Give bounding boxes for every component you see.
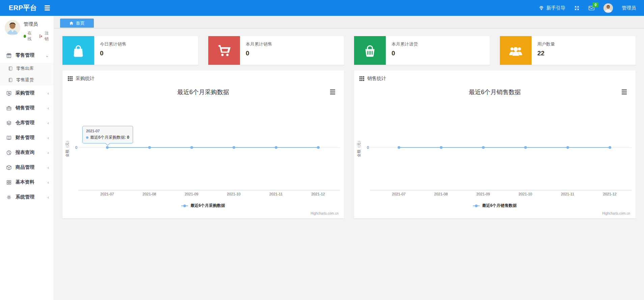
sidebar-item-retail-outbound[interactable]: 零售出库 bbox=[0, 63, 54, 74]
stat-label: 今日累计销售 bbox=[100, 41, 126, 47]
sidebar-item-system[interactable]: 系统管理 ‹ bbox=[0, 190, 54, 204]
stat-card-user-count[interactable]: 用户数量 22 bbox=[500, 36, 636, 65]
main-content: 今日累计销售 0 本月累计销售 0 本月累计进货 0 bbox=[54, 29, 644, 218]
user-avatar[interactable] bbox=[603, 3, 613, 13]
stat-card-month-sales[interactable]: 本月累计销售 0 bbox=[208, 36, 344, 65]
legend-marker-icon bbox=[181, 204, 188, 207]
briefcase-icon bbox=[6, 105, 12, 111]
app-logo[interactable]: ERP平台 bbox=[0, 3, 40, 12]
sidebar-toggle-button[interactable] bbox=[45, 5, 50, 10]
sidebar-item-label: 零售出库 bbox=[16, 65, 34, 72]
home-icon bbox=[69, 21, 74, 25]
chart-panels-row: 采购统计 最近6个月采购数据 金额（元） 0 最近6个月采购数据 Highcha… bbox=[62, 71, 636, 218]
stat-label: 本月累计进货 bbox=[392, 41, 418, 47]
stat-value: 0 bbox=[246, 50, 272, 57]
tooltip-series-dot-icon bbox=[86, 136, 88, 139]
logout-icon bbox=[39, 34, 43, 38]
sidebar-item-retail[interactable]: 零售管理 ⌄ bbox=[0, 48, 54, 63]
x-axis-label: 2021-07 bbox=[387, 192, 411, 196]
data-point-marker[interactable] bbox=[233, 146, 235, 149]
sidebar-item-label: 商品管理 bbox=[16, 164, 34, 170]
y-axis-title: 金额（元） bbox=[356, 139, 361, 157]
shopping-bag-icon bbox=[62, 36, 94, 65]
panel-title: 销售统计 bbox=[367, 76, 386, 82]
data-point-marker[interactable] bbox=[106, 146, 109, 149]
sidebar-item-basic-data[interactable]: 基本资料 ‹ bbox=[0, 175, 54, 190]
sidebar-item-retail-return[interactable]: 零售退货 bbox=[0, 74, 54, 86]
panel-title: 采购统计 bbox=[76, 76, 95, 82]
x-axis-label: 2021-09 bbox=[180, 192, 204, 196]
logout-button[interactable]: 注销 bbox=[39, 30, 50, 42]
sidebar-item-label: 基本资料 bbox=[16, 179, 34, 185]
journal-icon bbox=[8, 78, 13, 82]
legend-item[interactable]: 最近6个月销售数据 bbox=[354, 203, 636, 209]
stat-card-today-sales[interactable]: 今日累计销售 0 bbox=[62, 36, 198, 65]
data-point-marker[interactable] bbox=[524, 146, 527, 149]
messages-button[interactable]: 0 bbox=[588, 5, 595, 11]
data-point-marker[interactable] bbox=[148, 146, 151, 149]
data-point-marker[interactable] bbox=[440, 146, 442, 149]
profile-avatar[interactable] bbox=[5, 20, 20, 35]
sidebar-item-warehouse[interactable]: 仓库管理 ‹ bbox=[0, 115, 54, 130]
data-point-marker[interactable] bbox=[275, 146, 277, 149]
fullscreen-button[interactable] bbox=[574, 5, 580, 11]
x-axis-label: 2021-11 bbox=[264, 192, 288, 196]
data-point-marker[interactable] bbox=[398, 146, 400, 149]
legend-marker-icon bbox=[473, 204, 480, 207]
tab-home-label: 首页 bbox=[76, 20, 85, 26]
sidebar-item-finance[interactable]: 财务管理 ‹ bbox=[0, 130, 54, 145]
x-axis-label: 2021-12 bbox=[598, 192, 622, 196]
sidebar-item-label: 仓库管理 bbox=[16, 120, 34, 126]
data-point-marker[interactable] bbox=[317, 146, 320, 149]
sidebar-item-label: 采购管理 bbox=[16, 90, 34, 96]
tab-bar: 首页 bbox=[54, 16, 644, 29]
x-axis-line bbox=[370, 190, 632, 190]
stat-cards-row: 今日累计销售 0 本月累计销售 0 本月累计进货 0 bbox=[62, 36, 636, 65]
profile-block: 管理员 在线 注销 bbox=[0, 16, 54, 47]
diamond-icon bbox=[539, 5, 544, 11]
sidebar-item-sales[interactable]: 销售管理 ‹ bbox=[0, 101, 54, 115]
sidebar-item-reports[interactable]: 报表查询 ‹ bbox=[0, 145, 54, 160]
tooltip-series-name: 最近6个月采购数据 bbox=[90, 135, 125, 140]
chart-title: 最近6个月采购数据 bbox=[62, 88, 344, 96]
highcharts-credits-link[interactable]: Highcharts.com.cn bbox=[311, 212, 339, 215]
stat-label: 用户数量 bbox=[537, 41, 555, 47]
x-axis-label: 2021-07 bbox=[96, 192, 119, 196]
chart-tooltip: 2021-07 最近6个月采购数据: 0 bbox=[82, 126, 133, 143]
chart-title: 最近6个月销售数据 bbox=[354, 88, 636, 96]
data-point-marker[interactable] bbox=[566, 146, 569, 149]
stat-card-month-purchase[interactable]: 本月累计进货 0 bbox=[354, 36, 490, 65]
x-axis-label: 2021-12 bbox=[306, 192, 330, 196]
sidebar-item-goods[interactable]: 商品管理 ‹ bbox=[0, 160, 54, 175]
chevron-left-icon: ‹ bbox=[48, 91, 49, 96]
chevron-left-icon: ‹ bbox=[48, 180, 49, 185]
grid-icon bbox=[68, 76, 73, 81]
data-point-marker[interactable] bbox=[609, 146, 611, 149]
chevron-left-icon: ‹ bbox=[48, 121, 49, 125]
gift-icon bbox=[6, 53, 12, 58]
highcharts-credits-link[interactable]: Highcharts.com.cn bbox=[602, 212, 630, 215]
stat-label: 本月累计销售 bbox=[246, 41, 272, 47]
fullscreen-icon bbox=[574, 5, 580, 11]
legend-label: 最近6个月销售数据 bbox=[482, 203, 517, 209]
sidebar-item-label: 零售退货 bbox=[16, 77, 34, 83]
data-point-marker[interactable] bbox=[482, 146, 485, 149]
data-point-marker[interactable] bbox=[190, 146, 193, 149]
x-axis-label: 2021-11 bbox=[556, 192, 580, 196]
chevron-left-icon: ‹ bbox=[48, 136, 49, 140]
sidebar: 管理员 在线 注销 零售管理 ⌄ bbox=[0, 16, 54, 300]
sidebar-menu: 零售管理 ⌄ 零售出库 零售退货 采购管理 ‹ bbox=[0, 48, 54, 204]
tab-home[interactable]: 首页 bbox=[60, 19, 94, 28]
purchase-line-chart: 最近6个月采购数据 金额（元） 0 最近6个月采购数据 Highcharts.c… bbox=[62, 84, 344, 218]
y-axis-tick: 0 bbox=[71, 145, 77, 149]
guide-button[interactable]: 新手引导 bbox=[539, 5, 565, 11]
user-name[interactable]: 管理员 bbox=[622, 5, 636, 11]
chart-context-menu-button[interactable] bbox=[330, 89, 335, 94]
sidebar-item-purchase[interactable]: 采购管理 ‹ bbox=[0, 86, 54, 101]
series-line bbox=[107, 147, 318, 148]
layers-icon bbox=[6, 120, 12, 126]
pie-chart-icon bbox=[6, 150, 12, 156]
legend-item[interactable]: 最近6个月采购数据 bbox=[62, 203, 344, 209]
grid-2x2-icon bbox=[6, 180, 12, 185]
chart-context-menu-button[interactable] bbox=[622, 89, 627, 94]
